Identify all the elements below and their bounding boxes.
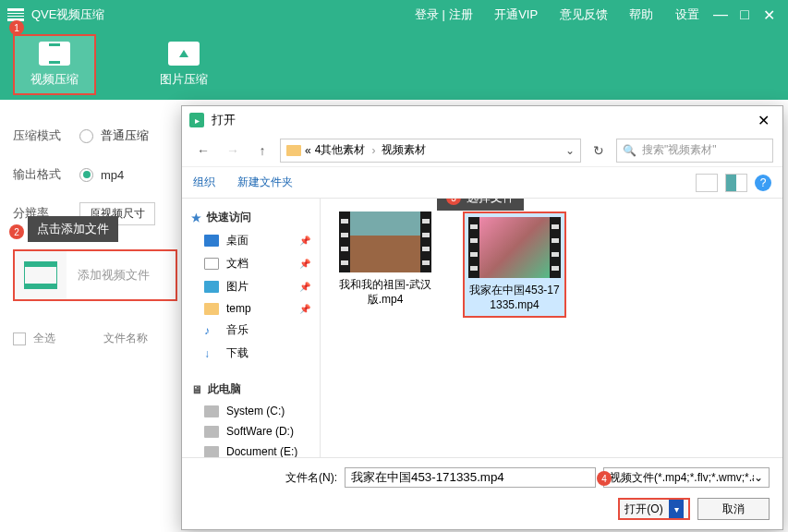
- sidebar-pictures[interactable]: 图片📌: [182, 275, 320, 298]
- mode-label: 压缩模式: [13, 127, 79, 144]
- search-placeholder: 搜索"视频素材": [642, 142, 717, 158]
- dialog-sidebar: ★快速访问 桌面📌 文档📌 图片📌 temp📌 ♪音乐 ↓下载 🖥此电脑 Sys…: [182, 199, 321, 457]
- dialog-file-area: 3 选择文件 我和我的祖国-武汉版.mp4 我家在中国453-171335.mp…: [321, 199, 782, 457]
- annotation-4: 4: [597, 471, 612, 486]
- sidebar-documents[interactable]: 文档📌: [182, 252, 320, 275]
- format-mp4-label: mp4: [101, 168, 124, 182]
- help-link[interactable]: 帮助: [629, 7, 653, 21]
- sidebar-drive-e[interactable]: Document (E:): [182, 441, 320, 457]
- tab-image-compress[interactable]: 图片压缩: [142, 34, 225, 95]
- tab-video-label: 视频压缩: [30, 71, 79, 88]
- breadcrumb[interactable]: « 4其他素材 › 视频素材 ⌄: [280, 139, 581, 163]
- crumb-a[interactable]: 4其他素材: [315, 142, 366, 158]
- file-open-dialog: ▸ 打开 ✕ ← → ↑ « 4其他素材 › 视频素材 ⌄ ↻ 🔍 搜索"视频素…: [181, 105, 783, 530]
- app-title: QVE视频压缩: [31, 6, 104, 23]
- add-tooltip: 点击添加文件: [28, 216, 118, 242]
- select-all-checkbox[interactable]: [13, 332, 26, 345]
- dialog-toolbar: 组织 新建文件夹 ?: [182, 167, 782, 199]
- settings-link[interactable]: 设置: [675, 7, 699, 21]
- film-icon: [39, 42, 70, 66]
- sidebar-downloads[interactable]: ↓下载: [182, 342, 320, 365]
- add-film-icon: [15, 251, 67, 299]
- sidebar-desktop[interactable]: 桌面📌: [182, 229, 320, 252]
- app-icon: [7, 8, 24, 21]
- file-name-0: 我和我的祖国-武汉版.mp4: [333, 278, 437, 307]
- sidebar-temp[interactable]: temp📌: [182, 298, 320, 319]
- sidebar-quick-access[interactable]: ★快速访问: [182, 206, 320, 229]
- view-icons-btn[interactable]: [696, 174, 718, 192]
- view-preview-btn[interactable]: [725, 174, 747, 192]
- add-video-button[interactable]: 添加视频文件: [13, 249, 177, 301]
- file-name-1: 我家在中国453-171335.mp4: [468, 284, 561, 312]
- mode-normal-label: 普通压缩: [101, 127, 149, 144]
- crumb-b[interactable]: 视频素材: [382, 142, 426, 158]
- annotation-1: 1: [9, 20, 24, 35]
- refresh-button[interactable]: ↻: [587, 139, 611, 163]
- login-link[interactable]: 登录 | 注册: [415, 7, 473, 21]
- filter-text: 视频文件(*.mp4;*.flv;*.wmv;*.a: [610, 470, 754, 486]
- feedback-link[interactable]: 意见反馈: [560, 7, 608, 21]
- col-name: 文件名称: [103, 331, 148, 346]
- file-item-1[interactable]: 我家在中国453-171335.mp4: [463, 212, 566, 318]
- help-icon[interactable]: ?: [755, 175, 771, 191]
- new-folder-btn[interactable]: 新建文件夹: [237, 175, 293, 190]
- select-tooltip: 3 选择文件: [437, 199, 524, 211]
- open-btn-label: 打开(O): [624, 502, 662, 517]
- search-icon: 🔍: [623, 144, 636, 157]
- open-dropdown-icon[interactable]: ▾: [669, 500, 684, 518]
- file-filter-select[interactable]: 4 视频文件(*.mp4;*.flv;*.wmv;*.a ⌄: [603, 467, 770, 488]
- cancel-button[interactable]: 取消: [697, 498, 770, 520]
- format-mp4-radio[interactable]: mp4: [79, 168, 124, 182]
- sidebar-this-pc[interactable]: 🖥此电脑: [182, 378, 320, 401]
- dialog-title: 打开: [212, 112, 236, 128]
- annotation-3: 3: [446, 199, 461, 205]
- dialog-close-button[interactable]: ✕: [752, 110, 775, 131]
- minimize-button[interactable]: —: [709, 6, 733, 23]
- svg-rect-1: [24, 261, 57, 267]
- tab-image-label: 图片压缩: [160, 71, 208, 88]
- dialog-titlebar: ▸ 打开 ✕: [182, 106, 782, 134]
- dialog-nav: ← → ↑ « 4其他素材 › 视频素材 ⌄ ↻ 🔍 搜索"视频素材": [182, 134, 782, 167]
- file-item-0[interactable]: 我和我的祖国-武汉版.mp4: [333, 212, 437, 307]
- svg-rect-2: [24, 284, 57, 289]
- dialog-footer: 文件名(N): 4 视频文件(*.mp4;*.flv;*.wmv;*.a ⌄ 打…: [182, 457, 782, 529]
- nav-forward-button[interactable]: →: [221, 139, 245, 163]
- select-all-label: 全选: [33, 331, 55, 346]
- dialog-icon: ▸: [189, 113, 204, 127]
- maximize-button[interactable]: □: [733, 6, 757, 23]
- sidebar-music[interactable]: ♪音乐: [182, 319, 320, 342]
- sidebar-drive-d[interactable]: SoftWare (D:): [182, 421, 320, 441]
- nav-up-button[interactable]: ↑: [250, 139, 274, 163]
- add-text: 添加视频文件: [67, 267, 150, 284]
- titlebar: QVE视频压缩 登录 | 注册 开通VIP 意见反馈 帮助 设置 — □ ✕: [0, 0, 788, 30]
- organize-btn[interactable]: 组织: [193, 175, 215, 190]
- open-button[interactable]: 打开(O) ▾: [618, 498, 690, 520]
- search-input[interactable]: 🔍 搜索"视频素材": [616, 139, 773, 163]
- vip-link[interactable]: 开通VIP: [494, 7, 538, 21]
- filename-label: 文件名(N):: [285, 470, 337, 486]
- main-toolbar: 视频压缩 图片压缩: [0, 30, 788, 100]
- folder-icon: [286, 145, 301, 156]
- sidebar-drive-c[interactable]: System (C:): [182, 401, 320, 421]
- close-button[interactable]: ✕: [757, 6, 781, 24]
- image-icon: [168, 42, 200, 66]
- mode-normal-radio[interactable]: 普通压缩: [79, 127, 149, 144]
- filename-input[interactable]: [345, 467, 596, 488]
- nav-back-button[interactable]: ←: [191, 139, 215, 163]
- tab-video-compress[interactable]: 视频压缩: [13, 34, 96, 95]
- format-label: 输出格式: [13, 166, 79, 183]
- annotation-2: 2: [9, 224, 24, 239]
- title-menu: 登录 | 注册 开通VIP 意见反馈 帮助 设置: [406, 6, 709, 23]
